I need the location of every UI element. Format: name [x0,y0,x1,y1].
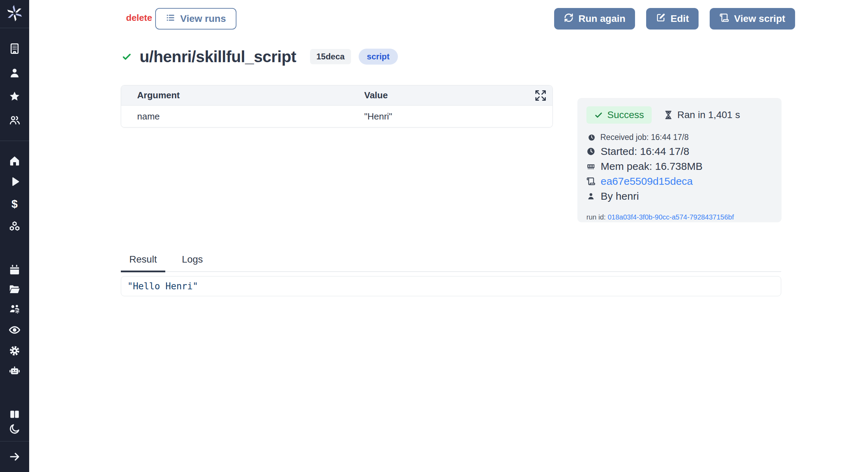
home-icon[interactable] [9,155,20,167]
folder-open-icon[interactable] [9,283,20,295]
edit-button[interactable]: Edit [646,8,699,30]
kind-badge: script [359,49,398,65]
started-row: Started: 16:44 17/8 [586,146,770,157]
moon-icon[interactable] [9,423,20,435]
received-label: Received job: 16:44 17/8 [600,133,688,142]
argument-value: "Henri" [364,111,552,122]
scroll-icon [719,13,729,25]
run-id-row: run id: 018a03f4-3f0b-90cc-a574-79284371… [586,213,770,221]
arguments-table: Argument Value name "Henri" [121,85,553,127]
page-title: u/henri/skillful_script [140,47,296,66]
sidebar: $ [0,0,29,472]
arguments-table-header: Argument Value [121,85,552,106]
action-buttons: Run again Edit View script [554,8,795,30]
view-runs-button[interactable]: View runs [155,8,236,30]
run-id-label: run id: [586,213,606,221]
script-hash-link[interactable]: ea67e5509d15deca [601,175,693,187]
argument-name: name [121,111,364,122]
scroll-icon [586,177,595,186]
author-label: By henri [601,190,639,202]
duration-label: Ran in 1,401 s [677,109,740,121]
sidebar-divider [0,441,29,441]
status-label: Success [607,109,644,121]
mem-peak-label: Mem peak: 16.738MB [601,160,702,172]
view-runs-label: View runs [180,13,226,24]
tab-logs[interactable]: Logs [176,254,208,271]
hash-badge[interactable]: 15deca [310,49,351,64]
status-badge: Success [586,106,652,124]
started-label: Started: 16:44 17/8 [601,146,689,157]
run-again-button[interactable]: Run again [554,8,635,30]
clock-icon [588,134,595,141]
sidebar-divider [0,28,29,28]
script-hash-row: ea67e5509d15deca [586,175,770,187]
dollar-glyph: $ [9,198,20,210]
title-row: u/henri/skillful_script 15deca script [122,47,398,66]
books-icon[interactable] [9,408,20,420]
building-icon[interactable] [9,43,20,55]
eye-icon[interactable] [9,324,20,336]
memory-icon [586,162,595,171]
delete-button[interactable]: delete [126,13,152,23]
run-id-link[interactable]: 018a03f4-3f0b-90cc-a574-7928437156bf [608,213,734,221]
check-icon [594,110,603,119]
users-icon[interactable] [9,114,20,126]
clock-icon [586,147,595,156]
hourglass-icon [663,110,673,120]
expand-icon[interactable] [534,89,547,102]
arrow-right-icon[interactable] [9,451,20,463]
author-row: By henri [586,190,770,202]
star-icon[interactable] [9,91,20,102]
result-viewer: "Hello Henri" [121,276,781,296]
user-cog-icon[interactable] [9,303,20,315]
run-info-panel: Success Ran in 1,401 s Received job: 16:… [577,98,782,222]
success-check-icon [122,51,132,62]
dollar-icon[interactable]: $ [9,198,20,210]
sidebar-divider [0,141,29,141]
robot-icon[interactable] [9,365,20,376]
mem-peak-row: Mem peak: 16.738MB [586,160,770,172]
view-script-label: View script [734,13,785,24]
table-row: name "Henri" [121,106,552,127]
edit-icon [656,13,666,25]
windmill-logo-icon[interactable] [6,5,23,22]
column-value: Value [364,90,552,101]
result-tabs: Result Logs [121,254,781,272]
user-icon [586,192,595,201]
gear-icon[interactable] [9,345,20,357]
boxes-icon[interactable] [9,221,20,232]
result-value: "Hello Henri" [121,281,198,291]
run-again-label: Run again [578,13,625,24]
refresh-icon [564,13,574,25]
user-icon[interactable] [9,67,20,79]
duration: Ran in 1,401 s [663,109,740,121]
list-icon [166,13,175,25]
column-argument: Argument [121,90,364,101]
tab-result[interactable]: Result [121,254,165,272]
edit-label: Edit [670,13,689,24]
view-script-button[interactable]: View script [710,8,795,30]
received-row: Received job: 16:44 17/8 [588,133,770,142]
calendar-icon[interactable] [9,264,20,276]
play-icon[interactable] [9,176,20,188]
